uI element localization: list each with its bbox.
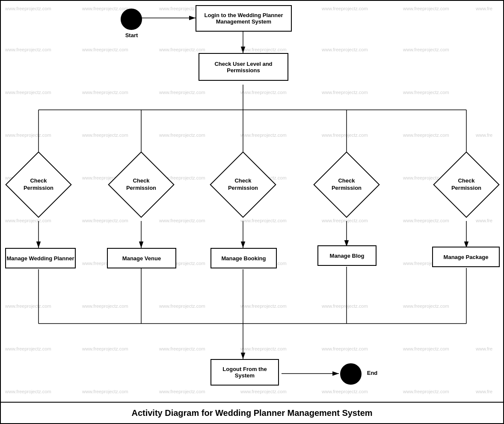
- end-text: End: [367, 370, 378, 376]
- watermark: www.freeprojectz.com: [240, 346, 287, 351]
- start-circle: [121, 9, 142, 30]
- manage-wedding-box: Manage Wedding Planner: [5, 248, 76, 268]
- watermark: www.freeprojectz.com: [159, 303, 205, 309]
- watermark: www.freeprojectz.com: [5, 47, 51, 52]
- diagram-container: www.freeprojectz.com www.freeprojectz.co…: [0, 0, 504, 424]
- watermark: www.freeprojectz.com: [322, 132, 368, 138]
- watermark: www.freeprojectz.com: [82, 132, 128, 138]
- start-label: Start: [116, 31, 148, 39]
- watermark: www.freeprojectz.com: [159, 90, 205, 95]
- watermark: www.freeprojectz.com: [82, 346, 128, 351]
- watermark: www.freeprojectz.com: [159, 47, 205, 52]
- watermark: www.freeprojectz.com: [159, 389, 205, 394]
- diamond-1-text: Check Permission: [24, 177, 53, 191]
- watermark: www.freeprojectz.com: [403, 132, 449, 138]
- watermark: www.freeprojectz.com: [5, 389, 51, 394]
- diamond-5: Check Permission: [443, 161, 490, 208]
- check-user-level-box: Check User Level and Permissions: [199, 53, 288, 81]
- watermark: www.freeprojectz.com: [403, 303, 449, 309]
- diamond-3-text: Check Permission: [228, 177, 258, 191]
- watermark: www.freeprojectz.com: [322, 47, 368, 52]
- manage-booking-box: Manage Booking: [210, 248, 277, 268]
- diamond-2: Check Permission: [118, 161, 165, 208]
- diamond-3: Check Permission: [219, 161, 267, 208]
- watermark: www.freeprojectz.com: [322, 90, 368, 95]
- end-circle: [340, 363, 362, 385]
- watermark: www.freeprojectz.com: [403, 90, 449, 95]
- watermark: www.freeprojectz.com: [5, 218, 51, 223]
- watermark: www.freeprojectz.com: [322, 218, 368, 223]
- watermark: www.freeprojectz.com: [240, 132, 287, 138]
- start-text: Start: [125, 32, 138, 38]
- watermark: www.freeprojectz.com: [5, 132, 51, 138]
- diamond-2-text: Check Permission: [126, 177, 156, 191]
- watermark: www.freeprojectz.com: [5, 346, 51, 351]
- watermark: www.fre: [476, 132, 492, 138]
- watermark: www.freeprojectz.com: [403, 47, 449, 52]
- diamond-4: Check Permission: [323, 161, 370, 208]
- watermark: www.freeprojectz.com: [82, 47, 128, 52]
- watermark: www.freeprojectz.com: [322, 389, 368, 394]
- watermark: www.freeprojectz.com: [82, 218, 128, 223]
- watermark: www.freeprojectz.com: [322, 6, 368, 11]
- logout-text: Logout From the System: [222, 366, 267, 379]
- watermark: www.freeprojectz.com: [240, 389, 287, 394]
- watermark: www.freeprojectz.com: [240, 47, 287, 52]
- logout-box: Logout From the System: [210, 359, 279, 386]
- watermark: www.freeprojectz.com: [403, 389, 449, 394]
- watermark: www.fre: [476, 6, 492, 11]
- manage-booking-text: Manage Booking: [221, 255, 266, 262]
- watermark: www.freeprojectz.com: [240, 218, 287, 223]
- diamond-1: Check Permission: [15, 161, 62, 208]
- watermark: www.freeprojectz.com: [159, 218, 205, 223]
- watermark: www.freeprojectz.com: [82, 6, 128, 11]
- watermark: www.freeprojectz.com: [322, 346, 368, 351]
- watermark: www.freeprojectz.com: [240, 90, 287, 95]
- watermark: www.freeprojectz.com: [82, 90, 128, 95]
- diamond-4-text: Check Permission: [332, 177, 362, 191]
- watermark: www.freeprojectz.com: [322, 303, 368, 309]
- title-text: Activity Diagram for Wedding Planner Man…: [131, 408, 372, 418]
- watermark: www.freeprojectz.com: [5, 303, 51, 309]
- manage-blog-box: Manage Blog: [317, 245, 377, 266]
- watermark: www.freeprojectz.com: [159, 132, 205, 138]
- watermark: www.freeprojectz.com: [240, 303, 287, 309]
- diamond-5-text: Check Permission: [451, 177, 481, 191]
- manage-wedding-text: Manage Wedding Planner: [7, 255, 74, 262]
- watermark: www.freeprojectz.com: [403, 6, 449, 11]
- manage-venue-box: Manage Venue: [107, 248, 176, 268]
- watermark: www.fre: [476, 346, 492, 351]
- watermark: www.fre: [476, 389, 492, 394]
- login-text: Login to the Wedding Planner Management …: [205, 12, 283, 25]
- watermark: www.freeprojectz.com: [403, 218, 449, 223]
- watermark: www.freeprojectz.com: [82, 389, 128, 394]
- check-user-level-text: Check User Level and Permissions: [214, 61, 272, 74]
- watermark: www.freeprojectz.com: [5, 90, 51, 95]
- watermark: www.fre: [476, 218, 492, 223]
- diagram-title: Activity Diagram for Wedding Planner Man…: [1, 402, 503, 423]
- manage-package-text: Manage Package: [444, 254, 489, 260]
- manage-package-box: Manage Package: [432, 247, 500, 267]
- manage-blog-text: Manage Blog: [330, 253, 365, 259]
- watermark: www.freeprojectz.com: [403, 346, 449, 351]
- end-label: End: [364, 368, 381, 378]
- manage-venue-text: Manage Venue: [122, 255, 161, 262]
- watermark: www.freeprojectz.com: [82, 303, 128, 309]
- watermark: www.freeprojectz.com: [159, 346, 205, 351]
- watermark: www.freeprojectz.com: [5, 6, 51, 11]
- login-box: Login to the Wedding Planner Management …: [196, 5, 292, 32]
